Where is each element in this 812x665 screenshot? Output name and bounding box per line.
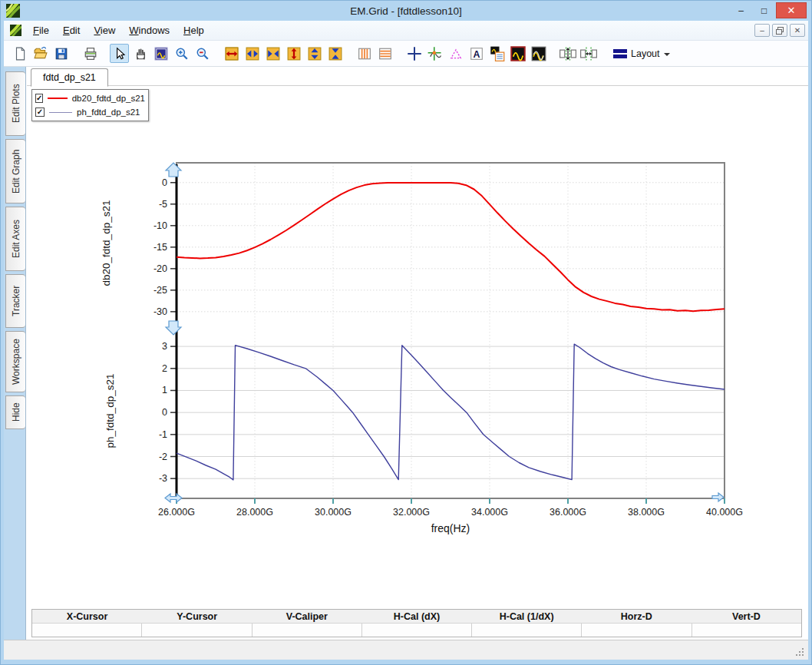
menu-help[interactable]: Help [177,22,211,39]
x-tick-label: 40.000G [706,507,743,518]
status-col-horz-d: Horz-D [582,610,692,623]
menu-view[interactable]: View [87,22,122,39]
multi-curve-icon [531,46,546,61]
sidebar-tab-tracker[interactable]: Tracker [5,274,25,328]
plot-canvas[interactable]: 0-5-10-15-20-25-303210-1-2-326.000G28.00… [27,67,812,640]
zoom-window-icon [154,47,168,61]
legend-checkbox[interactable]: ✓ [35,108,45,117]
horizontal-gridlines-button[interactable] [375,44,394,63]
compress-horizontal-button[interactable] [263,44,282,63]
app-window: EM.Grid - [fdtdlesson10] – □ ✕ FileEditV… [0,0,812,665]
save-button[interactable] [51,44,71,63]
stretch-horizontal-out-button[interactable] [243,44,262,63]
vertical-spacing-button[interactable] [558,44,577,63]
legend-label: ph_fdtd_dp_s21 [77,108,140,117]
plot-legend: ✓db20_fdtd_dp_s21✓ph_fdtd_dp_s21 [31,89,149,121]
legend-checkbox[interactable]: ✓ [35,94,43,103]
zoom-out-button[interactable] [193,44,212,63]
legend-line-swatch [49,112,72,113]
tab-fdtd-dp-s21[interactable]: fdtd_dp_s21 [31,68,108,87]
y-tick-label: 2 [162,363,167,374]
caliper-button[interactable] [446,44,465,63]
status-value-cell [32,624,142,637]
legend-entry: ✓ph_fdtd_dp_s21 [35,105,145,119]
menu-bar: FileEditViewWindowsHelp – ✕ [4,21,808,41]
print-button[interactable] [81,44,100,63]
v-out-icon [308,47,322,61]
y-axis-scroll-up-arrow[interactable] [166,163,181,177]
maximize-button[interactable]: □ [753,2,775,18]
layout-menu-button[interactable]: Layout [608,47,675,61]
menu-edit[interactable]: Edit [56,22,87,39]
resize-grip[interactable] [794,647,805,657]
x-axis-label: freq(Hz) [431,522,470,534]
status-col-y-cursor: Y-Cursor [142,610,252,623]
x-axis-scroll-left-arrow[interactable] [165,494,182,502]
close-button[interactable]: ✕ [776,2,807,18]
stretch-vertical-out-button[interactable] [305,44,324,63]
v-in-icon [328,47,342,61]
horizontal-spacing-button[interactable] [579,44,598,63]
status-value-cell [692,624,801,637]
status-col-v-caliper: V-Caliper [252,610,361,623]
toolbar: A Layout [4,41,808,67]
plot-frame [177,163,725,498]
cursor-arrow-icon [113,47,127,61]
sidebar-tab-edit-graph[interactable]: Edit Graph [5,139,25,203]
sidebar-tab-edit-plots[interactable]: Edit Plots [5,71,25,136]
status-value-cell [582,624,692,637]
zoom-in-icon [175,47,189,61]
tracker-button[interactable] [425,44,444,63]
dropdown-caret-icon [664,53,670,56]
select-tool-button[interactable] [110,44,129,63]
svg-text:A: A [473,48,480,59]
y-axis-scroll-down-arrow[interactable] [166,321,181,335]
y-tick-label: -5 [159,199,167,210]
x-tick-label: 38.000G [628,507,665,518]
pan-tool-button[interactable] [130,44,150,63]
show-legend-button[interactable] [487,44,507,63]
y-tick-label: -3 [159,473,167,484]
open-file-button[interactable] [31,44,50,63]
v-expand-icon [287,47,301,61]
h-gridlines-icon [378,47,392,61]
vertical-gridlines-button[interactable] [355,44,374,63]
mdi-minimize-button[interactable]: – [754,24,770,37]
zoom-in-button[interactable] [172,44,191,63]
x-tick-label: 36.000G [550,507,586,518]
sidebar-tab-edit-axes[interactable]: Edit Axes [5,207,25,271]
new-document-icon [13,47,27,61]
y-tick-label: -25 [153,285,167,296]
cursor-status-bar: X-CursorY-CursorV-CaliperH-Cal (dX)H-Cal… [31,609,802,637]
y-tick-label: 0 [162,407,167,418]
caliper-triangle-icon [449,47,463,61]
text-a-icon: A [470,47,484,61]
text-annotation-button[interactable]: A [467,44,486,63]
v-spacing-icon [559,46,576,61]
multi-plot-button[interactable] [529,44,548,63]
status-value-cell [142,624,252,637]
y-tick-label: -2 [159,452,167,462]
single-plot-button[interactable] [508,44,527,63]
x-axis-scroll-right-arrow[interactable] [712,493,724,501]
legend-entry: ✓db20_fdtd_dp_s21 [35,91,145,105]
legend-label: db20_fdtd_dp_s21 [72,94,145,103]
status-col-h-cal-dx-: H-Cal (dX) [361,610,471,623]
expand-vertical-button[interactable] [284,44,303,63]
sidebar-tab-hide[interactable]: Hide [5,395,25,429]
crosshair-button[interactable] [404,44,424,63]
compress-vertical-button[interactable] [325,44,345,63]
new-document-button[interactable] [10,44,29,63]
expand-horizontal-button[interactable] [222,44,241,63]
zoom-window-button[interactable] [151,44,170,63]
y-tick-label: 0 [162,177,167,188]
crosshair-icon [407,46,422,61]
mdi-restore-button[interactable] [772,24,787,37]
mdi-close-button[interactable]: ✕ [790,24,805,37]
menu-windows[interactable]: Windows [122,22,177,39]
restore-icon [776,27,784,35]
minimize-button[interactable]: – [730,2,752,18]
menu-file[interactable]: File [26,22,56,39]
status-value-cell [472,624,582,637]
sidebar-tab-workspace[interactable]: Workspace [5,331,25,392]
